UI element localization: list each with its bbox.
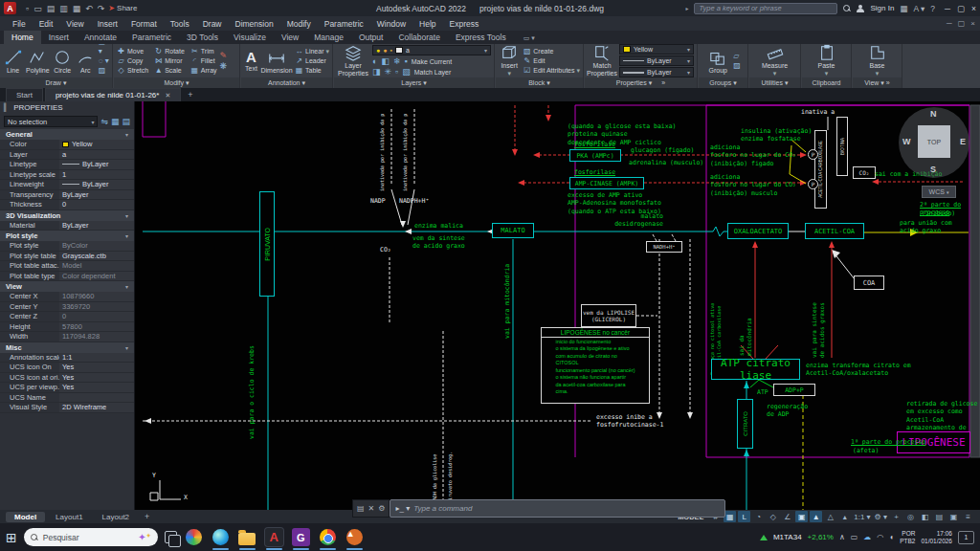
ribbon-tab-view[interactable]: View (274, 31, 306, 44)
scale-indicator[interactable]: 1:1 ▾ (853, 511, 871, 522)
stock-symbol[interactable]: M1TA34 (773, 533, 802, 541)
keyword-search-input[interactable]: Type a keyword or phrase (694, 3, 837, 14)
array-tool[interactable]: ▦Array (190, 66, 217, 75)
group-tool[interactable]: Group (705, 49, 730, 74)
section-view[interactable]: View▾ (0, 281, 134, 292)
tab-document[interactable]: projeto vias de nilde 01-01-26*✕ (45, 88, 181, 101)
menu-help[interactable]: Help (412, 19, 442, 29)
section-plot-style[interactable]: Plot style▾ (0, 231, 134, 241)
menu-modify[interactable]: Modify (280, 19, 318, 29)
layer-dropdown[interactable]: ● ● ▪ a ▾ (372, 45, 491, 55)
arc-tool[interactable]: Arc (76, 49, 96, 74)
menu-express[interactable]: Express (443, 19, 486, 29)
match-properties-tool[interactable]: Match Properties (588, 44, 616, 77)
app-autocad-icon[interactable]: A (264, 527, 284, 547)
onedrive-icon[interactable]: ☁ (863, 533, 871, 541)
viewcube-north[interactable]: N (930, 109, 937, 119)
line-tool[interactable]: Line (3, 49, 23, 74)
property-value[interactable]: Grayscale.ctb (59, 252, 134, 261)
quick-select-icon[interactable]: ▤ (122, 117, 130, 126)
undo-icon[interactable]: ↶ (85, 4, 93, 13)
wcs-dropdown[interactable]: WCS▾ (922, 186, 956, 198)
help-icon[interactable]: ? (930, 4, 935, 13)
layer-unlock-icon[interactable]: ▫ (395, 67, 398, 77)
viewcube-south[interactable]: S (930, 165, 936, 174)
notification-button[interactable]: 1 (958, 531, 974, 544)
doc-minimize-button[interactable]: ─ (947, 19, 952, 28)
tray-expand-icon[interactable]: ∧ (839, 533, 845, 541)
ribbon-tab-home[interactable]: Home (4, 31, 41, 44)
autoscale-icon[interactable]: △ (824, 511, 836, 522)
isolate-objects-icon[interactable]: ◎ (904, 511, 917, 522)
search-flyout-icon[interactable]: ▸ (685, 5, 688, 11)
paste-tool[interactable]: Paste▾ (814, 44, 839, 77)
property-value[interactable]: 117094.828 (59, 332, 134, 342)
mirror-tool[interactable]: ⋈Mirror (154, 56, 185, 65)
rotate-tool[interactable]: ↻Rotate (154, 47, 185, 55)
leader-tool[interactable]: ↗Leader (295, 56, 329, 65)
panel-label-annotation[interactable]: Annotation▾ (241, 77, 332, 88)
search-icon[interactable] (843, 5, 851, 12)
menu-draw[interactable]: Draw (196, 19, 229, 29)
layer-off-icon[interactable]: ◐ (372, 56, 377, 66)
menu-window[interactable]: Window (370, 19, 412, 29)
trim-tool[interactable]: ✂Trim (190, 47, 217, 55)
graphics-performance-icon[interactable]: ◧ (919, 511, 931, 522)
ribbon-tab-collaborate[interactable]: Collaborate (390, 31, 447, 44)
tab-start[interactable]: Start (6, 88, 43, 101)
redo-icon[interactable]: ↷ (98, 4, 105, 13)
layer-match-icon[interactable]: ▧ (402, 67, 411, 77)
wifi-icon[interactable]: ◠ (877, 533, 883, 541)
menu-file[interactable]: File (6, 19, 33, 29)
ellipse-tool-icon[interactable]: ◌ ▾ (99, 56, 109, 65)
circle-tool[interactable]: Circle (53, 49, 73, 74)
viewcube-east[interactable]: E (960, 137, 966, 146)
copilot-icon[interactable]: ✦✦ (138, 532, 150, 542)
ribbon-tab-annotate[interactable]: Annotate (77, 31, 124, 44)
layout-tab-layout2[interactable]: Layout2 (94, 512, 138, 522)
property-value[interactable]: Yellow (59, 140, 134, 149)
property-value[interactable]: ByLayer (59, 180, 134, 189)
property-value[interactable]: a (59, 150, 134, 160)
ribbon-tab-parametric[interactable]: Parametric (124, 31, 179, 44)
edit-block-tool[interactable]: ✎Edit (523, 56, 580, 65)
start-button[interactable]: ⊞ (6, 530, 17, 545)
app-chrome-icon[interactable] (318, 527, 338, 547)
ribbon-tab-output[interactable]: Output (351, 31, 391, 44)
task-view-button[interactable] (165, 531, 177, 543)
match-layer-button[interactable]: Match Layer (414, 69, 452, 76)
layer-isolate-icon[interactable]: ◧ (381, 56, 390, 66)
menu-edit[interactable]: Edit (33, 19, 60, 29)
property-value[interactable]: 3369720 (59, 302, 134, 312)
command-customize-icon[interactable]: ⚙ (378, 504, 385, 513)
annotation-visibility-icon[interactable]: ▲ (810, 511, 822, 522)
panel-label-block[interactable]: Block▾ (496, 77, 583, 88)
property-value[interactable]: Color dependent (59, 272, 134, 281)
close-button[interactable]: × (971, 4, 976, 13)
fillet-tool[interactable]: ◜Fillet (190, 56, 217, 65)
crosshair-icon[interactable]: + (890, 511, 902, 522)
command-grip-icon[interactable]: ▤ (357, 504, 365, 513)
property-value[interactable]: Yes (59, 373, 134, 383)
property-value[interactable] (59, 393, 134, 403)
table-tool[interactable]: ▦Table (295, 66, 329, 75)
new-layout-button[interactable]: + (140, 510, 154, 523)
language-indicator[interactable]: PORPTB2 (900, 530, 915, 545)
menu-format[interactable]: Format (124, 19, 164, 29)
property-value[interactable]: Model (59, 261, 134, 271)
stretch-tool[interactable]: ◇Stretch (117, 66, 148, 75)
edit-attributes-tool[interactable]: ☑Edit Attributes▾ (523, 66, 580, 75)
copy-tool[interactable]: ▱Copy (117, 56, 148, 65)
app-widgets-icon[interactable] (184, 527, 204, 547)
property-value[interactable]: 0 (59, 312, 134, 321)
property-value[interactable]: 57800 (59, 322, 134, 332)
drawing-canvas[interactable]: PIRUVATO vai para o ciclo de krebs inati… (135, 101, 980, 510)
menu-tools[interactable]: Tools (164, 19, 196, 29)
measure-tool[interactable]: Measure▾ (759, 44, 791, 77)
ribbon-tab-express-tools[interactable]: Express Tools (448, 31, 514, 44)
move-tool[interactable]: ✚Move (117, 47, 148, 55)
app-file-explorer-icon[interactable] (237, 527, 257, 547)
layer-thaw-icon[interactable]: ✳ (385, 67, 392, 77)
new-tab-button[interactable]: + (183, 88, 197, 101)
property-value[interactable]: Yes (59, 363, 134, 372)
